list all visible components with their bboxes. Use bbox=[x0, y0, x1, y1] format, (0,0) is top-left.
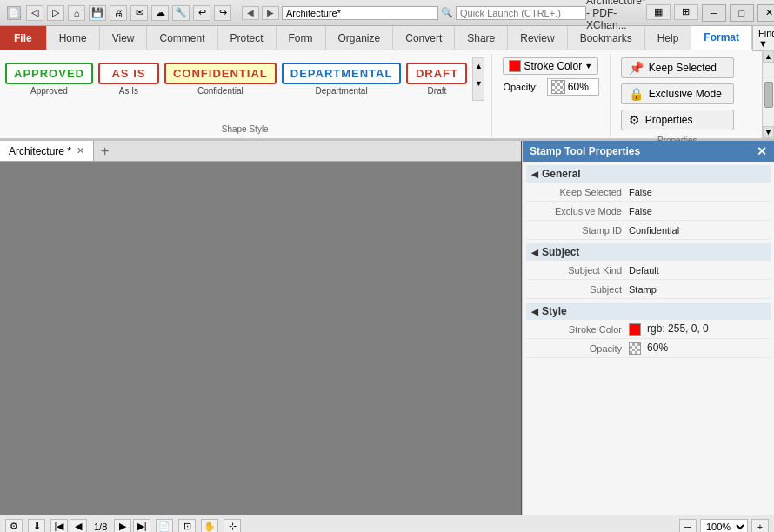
tab-close-icon[interactable]: ✕ bbox=[77, 145, 84, 156]
properties-panel-close[interactable]: ✕ bbox=[757, 144, 767, 158]
tab-form[interactable]: Form bbox=[277, 26, 326, 50]
find-btn[interactable]: Find... ▼ bbox=[752, 25, 774, 51]
ribbon: File Home View Comment Protect Form Orga… bbox=[0, 26, 774, 141]
close-button[interactable]: ✕ bbox=[757, 4, 774, 22]
settings-icon-btn[interactable]: ⚙ bbox=[5, 519, 23, 533]
tab-review[interactable]: Review bbox=[508, 26, 567, 50]
home-btn[interactable]: ⌂ bbox=[68, 5, 85, 21]
subject-section-label: Subject bbox=[542, 246, 579, 258]
undo-btn[interactable]: ↩ bbox=[193, 5, 210, 21]
title-bar-left: 📄 ◁ ▷ ⌂ 💾 🖨 ✉ ☁ 🔧 ↩ ↪ ◀ ▶ 🔍 bbox=[7, 5, 586, 21]
next-page-btn[interactable]: ▶ bbox=[114, 519, 131, 533]
properties-btn[interactable]: ⚙ Properties bbox=[621, 110, 734, 130]
address-bar[interactable] bbox=[282, 6, 438, 20]
opacity-prop-row: Opacity 60% bbox=[526, 339, 771, 358]
general-section-header[interactable]: ◀ General bbox=[526, 165, 771, 183]
redo-btn[interactable]: ↪ bbox=[214, 5, 231, 21]
ks-options: 📌 Keep Selected 🔒 Exclusive Mode ⚙ Prope… bbox=[617, 54, 737, 134]
app-icon: 📄 bbox=[7, 6, 21, 20]
stroke-color-row: Stroke Color ▼ bbox=[503, 57, 598, 75]
title-bar-icons: ◁ ▷ ⌂ 💾 🖨 ✉ ☁ 🔧 ↩ ↪ bbox=[26, 5, 231, 21]
title-bar: 📄 ◁ ▷ ⌂ 💾 🖨 ✉ ☁ 🔧 ↩ ↪ ◀ ▶ 🔍 Architecture… bbox=[0, 0, 774, 26]
stamps-row: APPROVED Approved AS IS As Is CONFIDENTI… bbox=[5, 54, 484, 104]
search-input[interactable] bbox=[456, 6, 586, 20]
toolbar-icons[interactable]: ▦ bbox=[646, 4, 671, 20]
page-mode-btn[interactable]: 📄 bbox=[156, 519, 173, 533]
opacity-checkered-icon bbox=[629, 342, 641, 355]
ribbon-scroll-thumb[interactable] bbox=[764, 82, 773, 108]
select-btn[interactable]: ⊹ bbox=[224, 519, 241, 533]
document-area: Architecture * ✕ + ▲ ▼ ◀ ▶ bbox=[0, 141, 522, 515]
ribbon-content-area: APPROVED Approved AS IS As Is CONFIDENTI… bbox=[0, 50, 774, 139]
fit-btn[interactable]: ⊡ bbox=[178, 519, 196, 533]
cloud-btn[interactable]: ☁ bbox=[151, 5, 169, 21]
tab-view[interactable]: View bbox=[100, 26, 148, 50]
nav-forward-arrow[interactable]: ▶ bbox=[262, 6, 279, 20]
subject-kind-prop-name: Subject Kind bbox=[533, 265, 629, 276]
email-btn[interactable]: ✉ bbox=[130, 5, 148, 21]
stamp-confidential-box[interactable]: CONFIDENTIAL bbox=[164, 63, 277, 84]
opacity-row: Opacity: 60% bbox=[503, 78, 598, 96]
opacity-control[interactable]: 60% bbox=[547, 78, 599, 96]
tools-btn[interactable]: 🔧 bbox=[172, 5, 190, 21]
stamp-departmental-box[interactable]: DEPARTMENTAL bbox=[282, 63, 402, 84]
view-icons[interactable]: ⊞ bbox=[674, 4, 698, 20]
keep-selected-btn[interactable]: 📌 Keep Selected bbox=[621, 57, 734, 78]
tab-home[interactable]: Home bbox=[47, 26, 100, 50]
architecture-tab[interactable]: Architecture * ✕ bbox=[0, 141, 94, 161]
exclusive-mode-row: Exclusive Mode False bbox=[526, 202, 771, 221]
nav-back-arrow[interactable]: ◀ bbox=[242, 6, 259, 20]
last-page-btn[interactable]: ▶| bbox=[133, 519, 150, 533]
ribbon-scroll-down[interactable]: ▼ bbox=[763, 126, 774, 138]
hand-tool-btn[interactable]: ✋ bbox=[201, 519, 218, 533]
stamps-scroll-up[interactable]: ▲▼ bbox=[472, 57, 484, 101]
exclusive-mode-prop-value: False bbox=[629, 206, 764, 216]
print-btn[interactable]: 🖨 bbox=[110, 5, 127, 21]
stamp-departmental[interactable]: DEPARTMENTAL Departmental bbox=[282, 63, 402, 96]
minimize-button[interactable]: ─ bbox=[702, 4, 726, 22]
stroke-color-arrow: ▼ bbox=[584, 62, 592, 70]
stamp-confidential[interactable]: CONFIDENTIAL Confidential bbox=[164, 63, 277, 96]
ribbon-scrollbar[interactable]: ▲ ▼ bbox=[762, 50, 774, 138]
forward-btn[interactable]: ▷ bbox=[47, 5, 64, 21]
tab-help[interactable]: Help bbox=[645, 26, 692, 50]
stamp-asis[interactable]: AS IS As Is bbox=[98, 63, 159, 96]
tab-share[interactable]: Share bbox=[455, 26, 508, 50]
tab-protect[interactable]: Protect bbox=[218, 26, 277, 50]
tab-organize[interactable]: Organize bbox=[326, 26, 394, 50]
tab-file[interactable]: File bbox=[0, 26, 47, 50]
back-btn[interactable]: ◁ bbox=[26, 5, 43, 21]
stroke-color-btn[interactable]: Stroke Color ▼ bbox=[503, 57, 598, 75]
maximize-button[interactable]: □ bbox=[730, 4, 754, 22]
first-page-btn[interactable]: |◀ bbox=[50, 519, 68, 533]
tab-comment[interactable]: Comment bbox=[147, 26, 217, 50]
save-btn[interactable]: 💾 bbox=[89, 5, 106, 21]
tab-bookmarks[interactable]: Bookmarks bbox=[568, 26, 645, 50]
exclusive-mode-btn[interactable]: 🔒 Exclusive Mode bbox=[621, 83, 734, 104]
zoom-in-btn[interactable]: + bbox=[751, 519, 769, 533]
opacity-value: 60% bbox=[568, 81, 589, 93]
tab-format[interactable]: Format bbox=[691, 26, 752, 50]
keep-selected-prop-name: Keep Selected bbox=[533, 187, 629, 197]
ribbon-scroll-up[interactable]: ▲ bbox=[763, 50, 774, 63]
stamp-departmental-label: Departmental bbox=[316, 86, 368, 96]
stamp-approved[interactable]: APPROVED Approved bbox=[5, 63, 93, 96]
stroke-color-label: Stroke Color bbox=[524, 60, 582, 72]
properties-icon: ⚙ bbox=[629, 113, 640, 127]
stamps-group-label: Shape Style bbox=[222, 123, 269, 134]
tab-bar: Architecture * ✕ + bbox=[0, 141, 521, 162]
stamp-approved-box[interactable]: APPROVED bbox=[5, 63, 93, 84]
stamp-draft[interactable]: DRAFT Draft bbox=[406, 63, 467, 96]
zoom-out-btn[interactable]: ─ bbox=[679, 519, 697, 533]
subject-section-header[interactable]: ◀ Subject bbox=[526, 243, 771, 261]
stamp-asis-box[interactable]: AS IS bbox=[98, 63, 159, 84]
style-section-header[interactable]: ◀ Style bbox=[526, 303, 771, 320]
add-tab-btn[interactable]: + bbox=[94, 141, 116, 161]
zoom-select[interactable]: 100% 75% 50% 125% 150% bbox=[700, 519, 748, 533]
prev-page-btn[interactable]: ◀ bbox=[70, 519, 87, 533]
stamp-draft-box[interactable]: DRAFT bbox=[406, 63, 467, 84]
stamp-draft-label: Draft bbox=[428, 86, 447, 96]
tab-convert[interactable]: Convert bbox=[393, 26, 455, 50]
status-btn2[interactable]: ⬇ bbox=[28, 519, 45, 533]
status-bar: ⚙ ⬇ |◀ ◀ 1/8 ▶ ▶| 📄 ⊡ ✋ ⊹ ─ 100% 75% 50%… bbox=[0, 515, 774, 532]
